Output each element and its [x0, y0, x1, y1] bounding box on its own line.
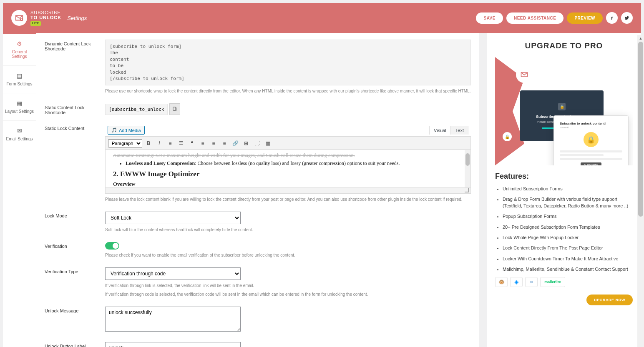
verification-label: Verification [45, 242, 105, 258]
verification-type-select[interactable]: Verification through code [105, 267, 241, 280]
mail-lock-icon [11, 10, 27, 26]
brand-line1: SUBSCRIBE [30, 10, 61, 15]
feature-item: Popup Subscription Forms [503, 213, 633, 220]
integration-logos: 🐵 ◉ CC mailerlite [495, 277, 633, 287]
fullscreen-icon[interactable]: ⛶ [252, 139, 262, 148]
italic-icon[interactable]: I [155, 139, 164, 148]
editor-scrollbar[interactable] [465, 150, 470, 187]
editor-subheading: Overview [113, 181, 463, 187]
svg-rect-3 [173, 107, 176, 110]
feature-item: Drag & Drop Form Builder with various fi… [503, 196, 633, 209]
unlock-message-input[interactable]: unlock successfully [105, 307, 241, 332]
settings-tabs: ⚙ General Settings ▤ Form Settings ▦ Lay… [3, 33, 36, 347]
tab-layout[interactable]: ▦ Layout Settings [3, 93, 36, 121]
lock-icon: 🔒 [558, 103, 566, 110]
tab-form[interactable]: ▤ Form Settings [3, 66, 36, 93]
sendinblue-icon: ◉ [510, 277, 523, 287]
bullet-list-icon[interactable]: ≡ [166, 139, 175, 148]
lock-mode-label: Lock Mode [45, 212, 105, 233]
page-title: Settings [67, 15, 87, 21]
mailchimp-icon: 🐵 [495, 277, 508, 287]
features-heading: Features: [495, 172, 633, 181]
editor-toolbar: Paragraph B I ≡ ☰ ❝ ≡ ≡ ≡ 🔗 ⊞ ⛶ [106, 137, 470, 150]
upgrade-title: UPGRADE TO PRO [495, 41, 633, 50]
editor-truncated-line: Automatic Resizing: Set a maximum height… [113, 152, 463, 159]
unlock-button-label-input[interactable] [105, 342, 241, 347]
unlock-button-label-label: Unlock Button Label [45, 342, 105, 347]
dynamic-shortcode-label: Dynamic Content Lock Shortcode [45, 40, 105, 94]
paragraph-select[interactable]: Paragraph [108, 139, 142, 147]
add-media-button[interactable]: 🎵 Add Media [108, 126, 145, 135]
preview-button[interactable]: PREVIEW [567, 12, 603, 24]
top-header: SUBSCRIBE TO UNLOCK LITE Settings SAVE N… [3, 3, 641, 33]
pro-card2-title: Subscribe to unlock content! [560, 122, 622, 125]
link-icon[interactable]: 🔗 [231, 139, 240, 148]
static-shortcode-input[interactable] [105, 104, 168, 115]
add-media-label: Add Media [119, 128, 141, 133]
feature-item: Unlimited Subscription Forms [503, 186, 633, 192]
gear-icon: ⚙ [5, 40, 34, 47]
editor-heading: 2. EWWW Image Optimizer [113, 170, 463, 178]
quote-icon[interactable]: ❝ [187, 139, 196, 148]
lite-badge: LITE [30, 21, 41, 26]
editor-list-item: Lossless and Lossy Compression: Choose b… [126, 160, 463, 167]
toolbar-toggle-icon[interactable]: ▦ [263, 139, 272, 148]
unlock-message-label: Unlock Message [45, 307, 105, 333]
number-list-icon[interactable]: ☰ [176, 139, 186, 148]
verification-toggle[interactable] [105, 242, 119, 250]
dynamic-shortcode-help: Please use our shortcode wrap to lock th… [105, 88, 471, 94]
tab-email-label: Email Settings [6, 137, 33, 141]
email-icon: ✉ [5, 127, 34, 134]
media-icon: 🎵 [111, 127, 117, 133]
upgrade-now-button[interactable]: UPGRADE NOW [586, 295, 633, 305]
editor-content[interactable]: Automatic Resizing: Set a maximum height… [106, 150, 470, 187]
feature-item: 20+ Pre Designed Subscription Form Templ… [503, 224, 633, 230]
page-scrollbar[interactable]: ▲ [637, 35, 644, 347]
mail-lock-icon [516, 66, 533, 83]
tab-general[interactable]: ⚙ General Settings [3, 33, 36, 66]
assistance-button[interactable]: NEED ASSISTANCE [506, 12, 564, 24]
pro-brand-line1: SUBSCRIBE [535, 68, 560, 72]
feature-item: Mailchimp, Mailerlite, Sendinblue & Cons… [503, 266, 633, 272]
brand-line2: TO UNLOCK [30, 15, 61, 20]
brand-logo: SUBSCRIBE TO UNLOCK LITE [11, 10, 61, 26]
tab-form-label: Form Settings [6, 82, 32, 86]
verification-type-help2: If verification through code is selected… [105, 291, 471, 297]
editor-tab-visual[interactable]: Visual [429, 126, 451, 135]
svg-rect-1 [21, 19, 22, 20]
feature-item: Lock Whole Page With Popup Locker [503, 235, 633, 241]
upgrade-illustration: SUBSCRIBE TO UNLOCK 🔒 Subscribe to unloc… [495, 57, 633, 165]
lock-icon: 🔒 [503, 132, 512, 141]
bold-icon[interactable]: B [144, 139, 153, 148]
clipboard-icon [172, 107, 177, 112]
static-shortcode-label: Static Content Lock Shortcode [45, 103, 105, 115]
lock-icon: 🔒 [584, 132, 599, 147]
verification-type-label: Verification Type [45, 267, 105, 297]
static-content-help: Please leave the lock content blank if y… [105, 196, 471, 202]
dynamic-shortcode-value: [subscribe_to_unlock_form] The content t… [105, 40, 471, 85]
tab-email[interactable]: ✉ Email Settings [3, 121, 36, 148]
constant-contact-icon: CC [525, 277, 538, 287]
facebook-icon[interactable] [606, 12, 618, 24]
form-icon: ▤ [5, 72, 34, 79]
save-button[interactable]: SAVE [476, 12, 503, 24]
features-list: Unlimited Subscription Forms Drag & Drop… [495, 186, 633, 273]
lock-mode-select[interactable]: Soft Lock [105, 212, 241, 224]
verification-type-help1: If verification through link is selected… [105, 282, 471, 289]
readmore-icon[interactable]: ⊞ [242, 139, 251, 148]
editor-resize-handle[interactable] [106, 187, 470, 193]
editor-tab-text[interactable]: Text [451, 126, 468, 135]
twitter-icon[interactable] [621, 12, 633, 24]
layout-icon: ▦ [5, 100, 34, 107]
tab-general-label: General Settings [12, 50, 27, 59]
mailerlite-icon: mailerlite [540, 277, 565, 287]
copy-shortcode-button[interactable] [169, 103, 180, 115]
feature-item: Lock Content Directly From The Post Page… [503, 245, 633, 251]
settings-panel: ⚙ General Settings ▤ Form Settings ▦ Lay… [3, 33, 479, 347]
upgrade-sidebar: UPGRADE TO PRO SUBSCRIBE TO UNLOCK 🔒 Sub… [487, 33, 641, 347]
align-right-icon[interactable]: ≡ [220, 139, 229, 148]
align-center-icon[interactable]: ≡ [209, 139, 218, 148]
feature-item: Locker With Countdown Timer To Make It M… [503, 256, 633, 262]
scroll-up-icon[interactable]: ▲ [637, 35, 644, 42]
align-left-icon[interactable]: ≡ [198, 139, 207, 148]
